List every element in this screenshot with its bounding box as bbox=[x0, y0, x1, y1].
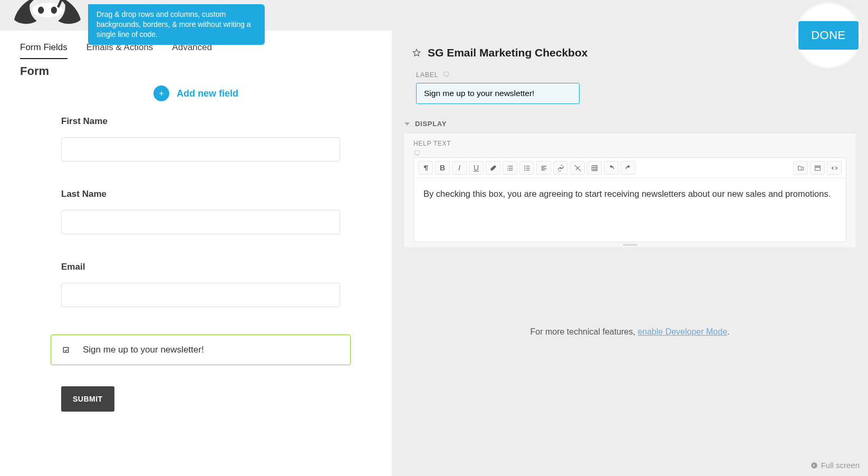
tab-form-fields[interactable]: Form Fields bbox=[20, 42, 67, 59]
toolbar-underline-button[interactable]: U bbox=[469, 161, 484, 175]
toolbar-link-button[interactable] bbox=[553, 161, 568, 175]
toolbar-italic-button[interactable]: I bbox=[452, 161, 467, 175]
arrow-left-circle-icon bbox=[811, 462, 818, 469]
field-email[interactable]: Email bbox=[61, 262, 340, 307]
form-title: Form bbox=[0, 59, 392, 78]
label-input[interactable] bbox=[416, 83, 580, 104]
toolbar-unlink-button[interactable] bbox=[570, 161, 585, 175]
svg-point-4 bbox=[524, 165, 525, 166]
display-section: HELP TEXT 🗨 B I U bbox=[403, 133, 856, 248]
display-section-toggle[interactable]: DISPLAY bbox=[404, 120, 868, 128]
builder-pane: Drag & drop rows and columns, custom bac… bbox=[0, 0, 392, 476]
svg-point-6 bbox=[524, 169, 525, 170]
panel-title: SG Email Marketing Checkbox bbox=[428, 46, 587, 59]
toolbar-align-button[interactable] bbox=[536, 161, 551, 175]
field-last-name[interactable]: Last Name bbox=[61, 189, 340, 234]
checkbox-checked-icon bbox=[62, 346, 70, 354]
help-text-editor: B I U By checking th bbox=[413, 157, 846, 242]
last-name-input[interactable] bbox=[61, 210, 340, 234]
fullscreen-toggle[interactable]: Full screen bbox=[811, 461, 860, 470]
plus-icon bbox=[153, 85, 169, 101]
svg-point-7 bbox=[811, 462, 817, 469]
chevron-down-icon bbox=[404, 122, 410, 126]
toolbar-redo-button[interactable] bbox=[621, 161, 635, 175]
builder-tooltip: Drag & drop rows and columns, custom bac… bbox=[88, 4, 265, 45]
svg-point-5 bbox=[524, 167, 525, 168]
field-label: First Name bbox=[61, 116, 340, 127]
toolbar-fullscreen-button[interactable] bbox=[810, 161, 825, 175]
label-section: LABEL 🗨 bbox=[416, 71, 850, 104]
toolbar-table-button[interactable] bbox=[587, 161, 602, 175]
comment-icon[interactable]: 🗨 bbox=[413, 149, 846, 157]
toolbar-eraser-button[interactable] bbox=[486, 161, 500, 175]
tooltip-text: Drag & drop rows and columns, custom bac… bbox=[97, 10, 251, 39]
builder-tabs: Form Fields Emails & Actions Advanced bbox=[0, 42, 392, 59]
field-label: Email bbox=[61, 262, 340, 272]
enable-developer-mode-link[interactable]: enable Developer Mode bbox=[638, 327, 727, 336]
tab-emails-actions[interactable]: Emails & Actions bbox=[86, 42, 153, 59]
submit-button[interactable]: SUBMIT bbox=[61, 386, 114, 412]
first-name-input[interactable] bbox=[61, 137, 340, 161]
toolbar-code-view-button[interactable] bbox=[827, 161, 842, 175]
toolbar-unordered-list-button[interactable] bbox=[519, 161, 534, 175]
toolbar-undo-button[interactable] bbox=[604, 161, 619, 175]
field-first-name[interactable]: First Name bbox=[61, 116, 340, 161]
tab-advanced[interactable]: Advanced bbox=[172, 42, 212, 59]
form-fields-list: First Name Last Name Email Sign me up to… bbox=[0, 116, 392, 412]
field-newsletter-checkbox[interactable]: Sign me up to your newsletter! bbox=[51, 335, 351, 365]
settings-pane: DONE SG Email Marketing Checkbox LABEL 🗨… bbox=[392, 0, 868, 476]
help-text-body[interactable]: By checking this box, you are agreeing t… bbox=[414, 178, 846, 242]
developer-mode-note: For more technical features, enable Deve… bbox=[392, 327, 868, 337]
toolbar-merge-tag-button[interactable] bbox=[793, 161, 808, 175]
toolbar-ordered-list-button[interactable] bbox=[503, 161, 517, 175]
add-new-field-label: Add new field bbox=[177, 88, 238, 99]
checkbox-field-label: Sign me up to your newsletter! bbox=[83, 345, 204, 355]
toolbar-bold-button[interactable]: B bbox=[435, 161, 450, 175]
help-text-heading: HELP TEXT bbox=[413, 140, 846, 147]
done-button[interactable]: DONE bbox=[798, 21, 859, 50]
email-input[interactable] bbox=[61, 283, 340, 307]
editor-resize-handle[interactable] bbox=[413, 242, 846, 247]
editor-toolbar: B I U bbox=[414, 158, 846, 178]
label-heading: LABEL 🗨 bbox=[416, 71, 850, 79]
add-new-field-button[interactable]: Add new field bbox=[0, 85, 392, 101]
comment-icon[interactable]: 🗨 bbox=[442, 71, 450, 79]
star-outline-icon[interactable] bbox=[412, 48, 421, 58]
toolbar-paragraph-button[interactable] bbox=[418, 161, 433, 175]
done-button-wrap: DONE bbox=[794, 1, 863, 70]
field-label: Last Name bbox=[61, 189, 340, 199]
